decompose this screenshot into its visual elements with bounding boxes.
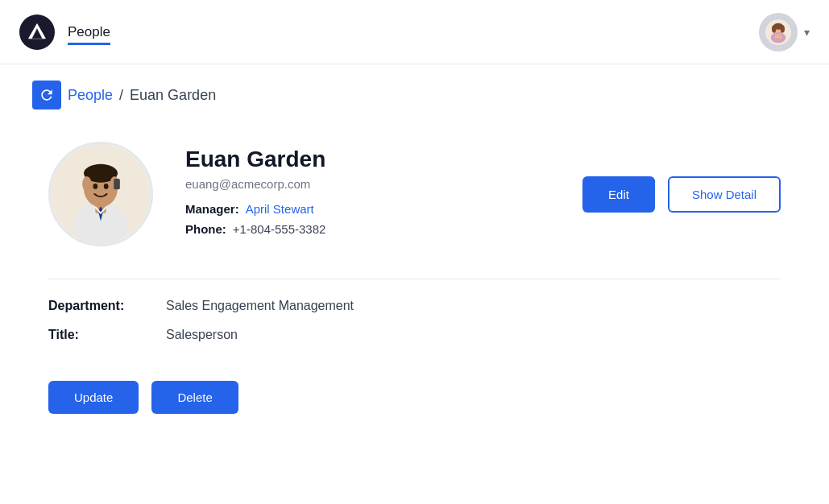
svg-point-16 [104,184,109,189]
app-header: People ▾ [0,0,829,64]
app-logo[interactable] [19,14,55,50]
department-label: Department: [48,299,153,313]
title-label: Title: [48,328,153,342]
divider [48,279,781,279]
chevron-down-icon: ▾ [804,26,810,39]
person-name: Euan Garden [185,147,550,172]
phone-row: Phone: +1-804-555-3382 [185,222,550,236]
manager-link[interactable]: April Stewart [246,202,314,216]
refresh-icon-button[interactable] [32,81,61,109]
svg-point-7 [781,25,785,32]
main-nav: People [68,24,110,40]
show-detail-button[interactable]: Show Detail [668,176,781,213]
department-value: Sales Engagement Management [166,299,354,313]
user-avatar [759,13,798,52]
manager-label: Manager: [185,202,239,216]
person-card: Euan Garden euang@acmecorp.com Manager: … [48,142,781,246]
person-info: Euan Garden euang@acmecorp.com Manager: … [185,147,550,242]
nav-people[interactable]: People [68,24,110,45]
svg-rect-17 [114,179,120,189]
breadcrumb: People / Euan Garden [0,64,829,126]
breadcrumb-people-link[interactable]: People [68,87,113,104]
breadcrumb-current-page: Euan Garden [130,87,216,104]
svg-point-6 [772,25,776,32]
phone-value: +1-804-555-3382 [233,222,326,236]
department-row: Department: Sales Engagement Management [48,299,781,313]
title-value: Salesperson [166,328,238,342]
main-content: Euan Garden euang@acmecorp.com Manager: … [0,126,829,446]
action-buttons: Edit Show Detail [582,176,781,213]
manager-row: Manager: April Stewart [185,202,550,216]
svg-rect-4 [775,34,781,38]
user-menu[interactable]: ▾ [759,13,810,52]
delete-button[interactable]: Delete [151,381,238,414]
title-row: Title: Salesperson [48,328,781,342]
edit-button[interactable]: Edit [582,176,655,213]
header-left: People [19,14,110,50]
bottom-buttons: Update Delete [48,381,781,414]
svg-point-15 [93,184,97,189]
svg-point-13 [82,176,91,192]
phone-label: Phone: [185,222,226,236]
details-section: Department: Sales Engagement Management … [48,299,781,381]
person-email: euang@acmecorp.com [185,177,550,191]
breadcrumb-separator: / [119,87,123,104]
person-avatar [48,142,153,246]
update-button[interactable]: Update [48,381,139,414]
